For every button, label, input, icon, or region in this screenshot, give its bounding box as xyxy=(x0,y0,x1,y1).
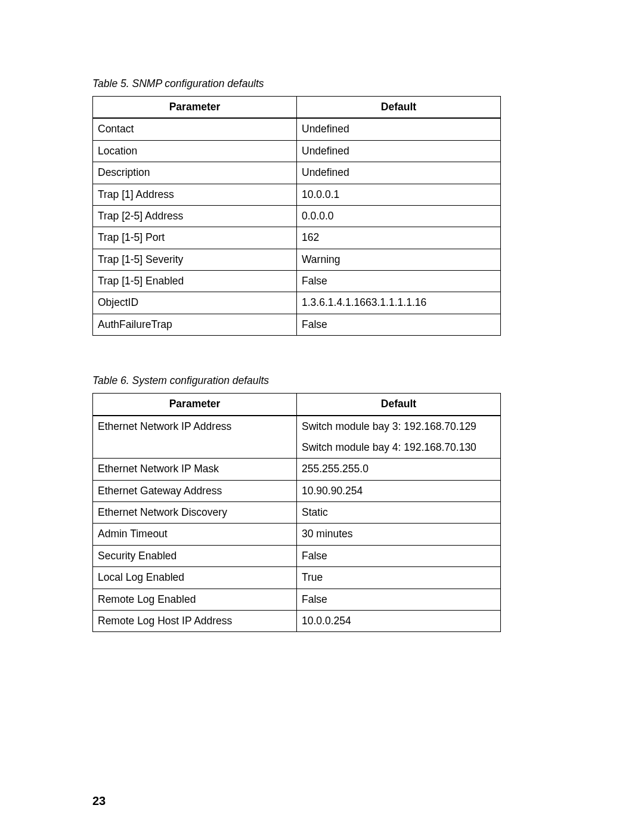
cell-default: 0.0.0.0 xyxy=(297,205,501,227)
cell-default: 30 minutes xyxy=(297,524,501,545)
cell-default: 10.0.0.254 xyxy=(297,610,501,631)
table-5-block: Table 5. SNMP configuration defaults Par… xyxy=(92,78,552,336)
cell-default: Undefined xyxy=(297,140,501,162)
table-row: Local Log EnabledTrue xyxy=(93,567,501,589)
table-row: Admin Timeout30 minutes xyxy=(93,524,501,545)
table-5-header-row: Parameter Default xyxy=(93,97,501,119)
cell-default: 255.255.255.0 xyxy=(297,459,501,480)
cell-default: False xyxy=(297,314,501,335)
table-row: Trap [2-5] Address0.0.0.0 xyxy=(93,205,501,227)
cell-parameter: Ethernet Gateway Address xyxy=(93,480,297,501)
cell-parameter: AuthFailureTrap xyxy=(93,314,297,335)
cell-default: Static xyxy=(297,502,501,524)
table-row: Trap [1-5] SeverityWarning xyxy=(93,249,501,270)
table-row: Ethernet Network IP Mask255.255.255.0 xyxy=(93,459,501,480)
table-row: ObjectID1.3.6.1.4.1.1663.1.1.1.1.16 xyxy=(93,292,501,314)
cell-parameter: Trap [1-5] Enabled xyxy=(93,271,297,292)
cell-parameter: Description xyxy=(93,162,297,184)
cell-parameter: Trap [2-5] Address xyxy=(93,205,297,227)
table-5-header-parameter: Parameter xyxy=(93,97,297,119)
cell-parameter: Trap [1-5] Severity xyxy=(93,249,297,270)
cell-default: 1.3.6.1.4.1.1663.1.1.1.1.16 xyxy=(297,292,501,314)
table-6: Parameter Default Ethernet Network IP Ad… xyxy=(92,393,501,632)
table-6-caption: Table 6. System configuration defaults xyxy=(92,374,552,387)
cell-default: 10.90.90.254 xyxy=(297,480,501,501)
table-5: Parameter Default ContactUndefined Locat… xyxy=(92,96,501,336)
cell-default: False xyxy=(297,589,501,610)
cell-parameter: Ethernet Network IP Mask xyxy=(93,459,297,480)
table-row: ContactUndefined xyxy=(93,118,501,140)
cell-parameter: Contact xyxy=(93,118,297,140)
cell-default: Switch module bay 3: 192.168.70.129 xyxy=(297,416,501,437)
table-row: LocationUndefined xyxy=(93,140,501,162)
table-row: Ethernet Network DiscoveryStatic xyxy=(93,502,501,524)
cell-parameter: Remote Log Host IP Address xyxy=(93,610,297,631)
cell-parameter: Ethernet Network Discovery xyxy=(93,502,297,524)
table-row: Trap [1-5] EnabledFalse xyxy=(93,271,501,292)
table-6-header-parameter: Parameter xyxy=(93,394,297,416)
cell-default: True xyxy=(297,567,501,589)
cell-default: Undefined xyxy=(297,162,501,184)
table-row: Ethernet Gateway Address10.90.90.254 xyxy=(93,480,501,501)
page-number: 23 xyxy=(92,794,106,808)
page: Table 5. SNMP configuration defaults Par… xyxy=(0,0,644,833)
table-row: Ethernet Network IP Address Switch modul… xyxy=(93,416,501,437)
cell-parameter: Security Enabled xyxy=(93,545,297,566)
cell-parameter: Ethernet Network IP Address xyxy=(93,416,297,437)
table-5-header-default: Default xyxy=(297,97,501,119)
table-6-block: Table 6. System configuration defaults P… xyxy=(92,374,552,632)
cell-default: False xyxy=(297,545,501,566)
cell-default: 162 xyxy=(297,227,501,249)
cell-parameter: Admin Timeout xyxy=(93,524,297,545)
table-row: Trap [1-5] Port162 xyxy=(93,227,501,249)
table-row: Security EnabledFalse xyxy=(93,545,501,566)
cell-parameter: Trap [1-5] Port xyxy=(93,227,297,249)
table-row: Remote Log Host IP Address10.0.0.254 xyxy=(93,610,501,631)
cell-parameter: Local Log Enabled xyxy=(93,567,297,589)
cell-default: False xyxy=(297,271,501,292)
table-row: Switch module bay 4: 192.168.70.130 xyxy=(93,437,501,459)
cell-default: Warning xyxy=(297,249,501,270)
cell-parameter-empty xyxy=(93,437,297,459)
cell-parameter: Remote Log Enabled xyxy=(93,589,297,610)
table-5-caption: Table 5. SNMP configuration defaults xyxy=(92,78,552,90)
table-row: DescriptionUndefined xyxy=(93,162,501,184)
cell-parameter: Trap [1] Address xyxy=(93,184,297,205)
table-6-header-row: Parameter Default xyxy=(93,394,501,416)
cell-parameter: Location xyxy=(93,140,297,162)
table-row: Remote Log EnabledFalse xyxy=(93,589,501,610)
cell-default: 10.0.0.1 xyxy=(297,184,501,205)
table-row: AuthFailureTrapFalse xyxy=(93,314,501,335)
cell-parameter: ObjectID xyxy=(93,292,297,314)
table-row: Trap [1] Address10.0.0.1 xyxy=(93,184,501,205)
table-6-header-default: Default xyxy=(297,394,501,416)
cell-default: Undefined xyxy=(297,118,501,140)
cell-default-extra: Switch module bay 4: 192.168.70.130 xyxy=(297,437,501,459)
